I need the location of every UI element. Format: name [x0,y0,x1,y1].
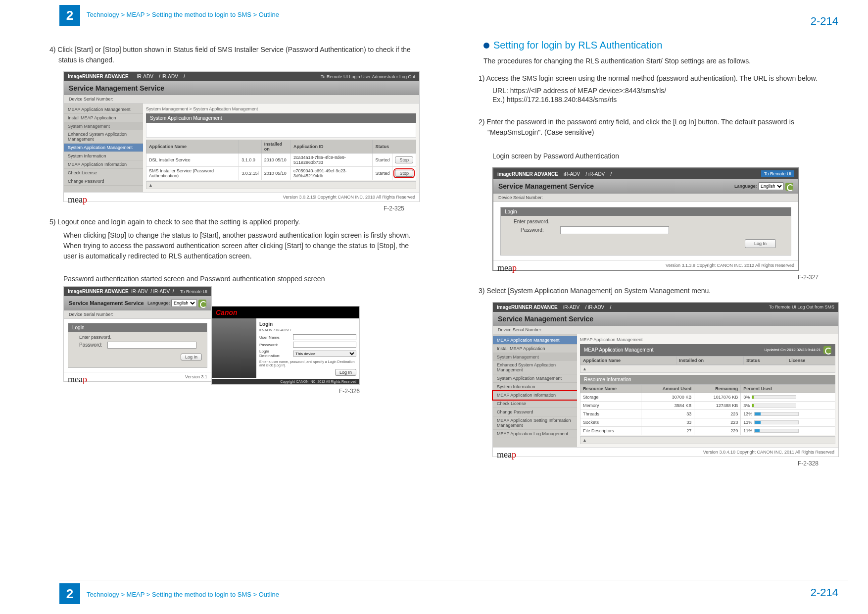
app-id: 2ca34a18-7f8a-4fc9-8de9-511e2963b733 [291,154,373,167]
device-serial: Device Serial Number: [64,310,211,319]
app-name[interactable]: DSL Installer Service [146,154,239,167]
header-links[interactable]: To Remote UI Login User:Administrator Lo… [321,74,415,79]
device-serial: Device Serial Number: [64,95,419,103]
product-name: imageRUNNER ADVANCE [497,171,558,177]
sidebar: MEAP Application Management Install MEAP… [493,334,577,447]
step-5-line1: 5) Logout once and login again to check … [49,217,419,227]
version-text: Version 3.1 [185,374,207,379]
language-select[interactable]: English [171,299,197,307]
step-3: 3) Select [System Application Management… [479,286,848,296]
sidebar-item[interactable]: System Information [64,152,143,160]
sidebar-item[interactable]: System Information [493,383,577,391]
password-input[interactable] [107,342,196,349]
figure-f-2-325: imageRUNNER ADVANCE iR-ADV / iR-ADV / To… [63,71,419,202]
language-select[interactable]: English [758,182,784,190]
page-number-bottom: 2-214 [811,586,838,599]
header-links[interactable]: To Remote UI Log Out from SMS [769,305,834,309]
login-visual [212,318,256,378]
figure-caption: F-2-328 [449,460,819,467]
bullet-icon [483,43,489,49]
device-serial: Device Serial Number: [493,194,798,202]
step-1: 1) Access the SMS login screen using the… [479,73,848,84]
panel-title: System Application Management [146,113,416,123]
password-label: Password: [521,227,555,233]
sidebar-item[interactable]: Change Password [493,408,577,416]
login-button[interactable]: Log In [745,239,776,248]
stop-button[interactable]: Stop [395,156,413,163]
figure-caption: F-2-327 [449,274,819,281]
meap-logo: meap [68,374,87,385]
back-to-top-icon[interactable]: ▲ [580,436,835,444]
breadcrumb-bottom: Technology > MEAP > Setting the method t… [87,591,279,598]
step-2: 2) Enter the password in the password en… [479,117,848,138]
back-to-top-icon[interactable]: ▲ [146,181,416,189]
app-version: 3.0.2.15i [239,167,262,180]
login-button[interactable]: Log In [181,354,202,360]
col-app-name: Application Name [580,356,676,364]
section-description: The procedures for changing the RLS auth… [483,56,848,66]
sms-title: Service Management Service [69,300,144,306]
sms-title: Service Management Service [64,81,419,95]
stop-button-highlighted[interactable]: Stop [395,170,413,177]
figure-f-2-327: imageRUNNER ADVANCE iR-ADV / iR-ADV / To… [492,167,848,271]
col-status: Status [373,140,416,154]
refresh-icon[interactable] [823,346,831,354]
login-heading: Login [501,207,791,216]
app-installed: 2010 05/10 [261,167,290,180]
language-label: Language: [147,301,170,306]
destination-label: Login Destination: [259,349,291,358]
sidebar-item[interactable]: Change Password [64,177,143,186]
sidebar-item[interactable]: Enhanced System Application Management [64,130,143,144]
password-label: Password: [259,343,291,347]
sidebar-heading: System Management [493,353,577,361]
refresh-icon[interactable] [785,183,793,191]
sidebar-item[interactable]: MEAP Application Management [64,105,143,114]
sidebar-item[interactable]: Check License [493,400,577,408]
destination-select[interactable]: This device [293,351,356,357]
login-heading: Login [68,323,207,332]
sidebar-item[interactable]: Enhanced System Application Management [493,361,577,374]
resource-table: Resource NameAmount UsedRemainingPercent… [580,384,835,435]
sidebar-item[interactable]: MEAP Application Log Management [493,430,577,438]
device-serial: Device Serial Number: [493,326,838,334]
sidebar-item[interactable]: Install MEAP Application [64,114,143,122]
sidebar: MEAP Application Management Install MEAP… [64,103,143,192]
panel-title: MEAP Application Management [584,347,653,353]
col-installed: Installed on [676,356,743,364]
breadcrumb-top: Technology > MEAP > Setting the method t… [87,11,279,18]
step-4: 4) Click [Start] or [Stop] button shown … [49,45,419,65]
sidebar-item[interactable]: MEAP Application Management [493,336,577,345]
sidebar-item[interactable]: Check License [64,169,143,177]
sms-title: Service Management Service [493,312,838,326]
refresh-icon[interactable] [198,300,206,307]
login-button[interactable]: Log In [335,369,356,376]
col-license: License [786,356,835,364]
enter-password-label: Enter password. [514,219,786,224]
sidebar-item[interactable]: Install MEAP Application [493,345,577,353]
sidebar-item[interactable]: MEAP Application Setting Information Man… [493,416,577,430]
meap-logo: meap [497,450,516,460]
password-label: Password: [79,342,102,348]
sidebar-item-meap-app-info[interactable]: MEAP Application Information [493,391,577,400]
product-name: imageRUNNER ADVANCE [68,289,129,294]
chapter-tab-bottom: 2 [59,583,80,604]
figure-caption: F-2-325 [20,205,404,212]
sms-title: Service Management Service [498,182,594,190]
sidebar-item[interactable]: System Application Management [493,374,577,383]
password-input[interactable] [560,226,669,234]
model-label: iR-ADV [137,74,153,79]
version-text: Version 3.0.4.10 Copyright CANON INC. 20… [703,450,834,455]
col-status: Status [743,356,786,364]
app-name[interactable]: SMS Installer Service (Password Authenti… [146,167,239,180]
sidebar-item-system-app-mgmt[interactable]: System Application Management [64,144,143,152]
to-remote-ui-link[interactable]: To Remote UI [180,289,207,294]
canon-logo: Canon [216,308,238,316]
username-input[interactable] [293,334,356,340]
sidebar-item[interactable]: MEAP Application Information [64,160,143,169]
meap-logo: meap [68,195,87,205]
to-remote-ui-link[interactable]: To Remote UI [761,170,794,177]
page-number-top: 2-214 [811,15,838,28]
app-status: Started [373,154,392,167]
password-input[interactable] [293,342,356,348]
back-to-top-icon[interactable]: ▲ [580,365,835,373]
